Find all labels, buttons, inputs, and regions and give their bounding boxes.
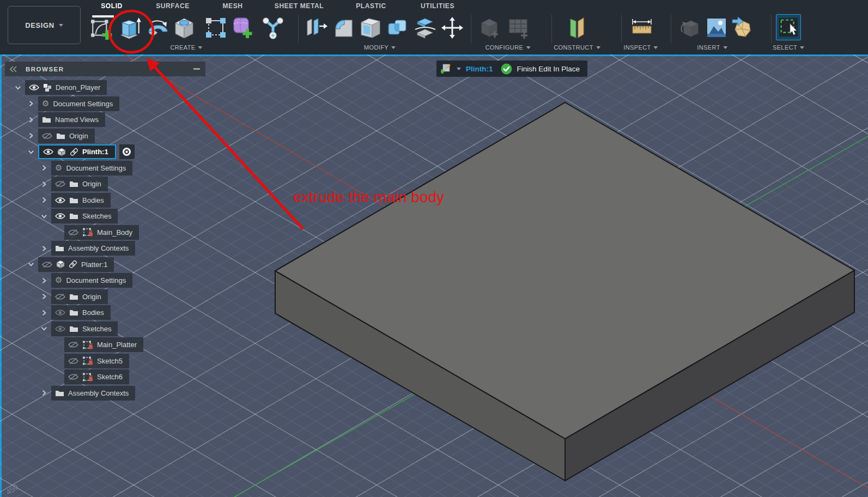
- tree-row-document-settings[interactable]: ⚙ Document Settings: [5, 272, 205, 289]
- tree-row-main-body[interactable]: Main_Body: [5, 225, 205, 241]
- visibility-off-icon[interactable]: [55, 293, 65, 300]
- tree-row-sketch5[interactable]: Sketch5: [5, 353, 205, 369]
- tree-row-platter[interactable]: Platter:1: [5, 257, 205, 273]
- collapse-panel-icon[interactable]: [9, 66, 18, 72]
- configuration-table-button[interactable]: [506, 14, 532, 41]
- box-primitive-button[interactable]: [203, 14, 229, 41]
- move-button[interactable]: [439, 14, 465, 41]
- chevron-down-icon[interactable]: [27, 148, 35, 156]
- chevron-right-icon[interactable]: [40, 293, 48, 301]
- shell-button[interactable]: [357, 14, 383, 41]
- chevron-down-icon[interactable]: [40, 325, 48, 333]
- combine-button[interactable]: [384, 14, 410, 41]
- visibility-off-icon[interactable]: [42, 261, 52, 268]
- tab-utilities[interactable]: UTILITIES: [421, 2, 454, 10]
- press-pull-button[interactable]: [303, 14, 329, 41]
- configure-group-dropdown[interactable]: CONFIGURE: [485, 44, 531, 51]
- create-sketch-button[interactable]: [89, 14, 115, 41]
- grid-distance-label: 450: [4, 482, 20, 497]
- tree-row-named-views[interactable]: Named Views: [5, 112, 205, 128]
- visibility-off-icon[interactable]: [42, 132, 52, 140]
- chevron-right-icon[interactable]: [40, 244, 48, 252]
- tab-sheet-metal[interactable]: SHEET METAL: [275, 2, 324, 10]
- design-menu-button[interactable]: DESIGN: [8, 6, 81, 44]
- visibility-eye-dim-icon[interactable]: [55, 309, 65, 316]
- finish-check-icon[interactable]: [501, 63, 512, 75]
- chevron-right-icon[interactable]: [40, 308, 48, 317]
- tree-row-origin[interactable]: Origin: [5, 128, 205, 144]
- chevron-right-icon[interactable]: [27, 132, 35, 140]
- sketch-locked-icon: [82, 341, 93, 349]
- visibility-off-icon[interactable]: [68, 357, 78, 365]
- tree-row-sketches[interactable]: Sketches: [5, 208, 205, 225]
- tab-plastic[interactable]: PLASTIC: [356, 2, 386, 10]
- tree-row-label: Sketches: [82, 212, 111, 220]
- chevron-down-icon: [198, 46, 203, 49]
- visibility-eye-dim-icon[interactable]: [55, 325, 65, 332]
- chevron-right-icon[interactable]: [40, 196, 48, 204]
- tree-row-document-settings[interactable]: ⚙ Document Settings: [5, 96, 205, 112]
- tree-row-assembly-contexts[interactable]: Assembly Contexts: [5, 385, 205, 402]
- tree-row-origin[interactable]: Origin: [5, 176, 205, 192]
- insert-derive-button[interactable]: [677, 14, 703, 41]
- fillet-button[interactable]: [330, 14, 356, 41]
- tab-mesh[interactable]: MESH: [222, 2, 242, 10]
- active-component-name[interactable]: Plinth:1: [466, 65, 493, 73]
- tab-solid[interactable]: SOLID: [101, 2, 123, 10]
- extrude-button[interactable]: [117, 14, 143, 41]
- sketch-locked-icon: [82, 228, 93, 237]
- visibility-eye-icon[interactable]: [29, 84, 39, 91]
- hole-button[interactable]: [171, 14, 197, 41]
- construct-plane-button[interactable]: [564, 14, 591, 41]
- chevron-right-icon[interactable]: [40, 164, 48, 172]
- visibility-off-icon[interactable]: [68, 373, 78, 380]
- finish-edit-in-place-button[interactable]: Finish Edit In Place: [517, 65, 580, 73]
- select-button[interactable]: [776, 14, 801, 40]
- tree-row-origin[interactable]: Origin: [5, 289, 205, 305]
- create-group-dropdown[interactable]: CREATE: [170, 44, 202, 51]
- chevron-right-icon[interactable]: [27, 116, 35, 124]
- visibility-eye-icon[interactable]: [55, 213, 65, 220]
- tree-row-bodies[interactable]: Bodies: [5, 192, 205, 209]
- visibility-off-icon[interactable]: [68, 341, 78, 348]
- insert-group-dropdown[interactable]: INSERT: [697, 44, 727, 51]
- minimize-panel-icon[interactable]: [193, 68, 200, 70]
- edit-component-icon[interactable]: [441, 63, 452, 74]
- configuration-button[interactable]: [476, 14, 502, 41]
- construct-group-dropdown[interactable]: CONSTRUCT: [554, 44, 600, 51]
- tree-row-sketch6[interactable]: Sketch6: [5, 369, 205, 385]
- visibility-eye-icon[interactable]: [55, 197, 65, 204]
- component-cube-icon: [57, 148, 66, 156]
- create-form-button[interactable]: [230, 14, 256, 41]
- visibility-eye-icon[interactable]: [43, 148, 53, 155]
- tree-row-main-platter[interactable]: Main_Platter: [5, 337, 205, 353]
- chevron-down-icon[interactable]: [40, 212, 48, 220]
- visibility-off-icon[interactable]: [68, 229, 78, 236]
- chevron-right-icon[interactable]: [40, 276, 48, 284]
- visibility-off-icon[interactable]: [55, 180, 65, 187]
- chevron-right-icon[interactable]: [40, 389, 48, 397]
- tree-row-assembly-contexts[interactable]: Assembly Contexts: [5, 240, 205, 257]
- inspect-group-dropdown[interactable]: INSPECT: [623, 44, 658, 51]
- select-group-dropdown[interactable]: SELECT: [773, 44, 804, 51]
- split-body-button[interactable]: [412, 14, 438, 41]
- tree-row-document-settings[interactable]: ⚙ Document Settings: [5, 160, 205, 177]
- insert-mesh-button[interactable]: [729, 14, 755, 41]
- insert-canvas-button[interactable]: [703, 14, 730, 41]
- tab-surface[interactable]: SURFACE: [156, 2, 190, 10]
- edit-in-place-radio[interactable]: [119, 144, 135, 159]
- chevron-right-icon[interactable]: [27, 100, 35, 108]
- tree-row-sketches[interactable]: Sketches: [5, 321, 205, 337]
- modify-group-dropdown[interactable]: MODIFY: [364, 44, 396, 51]
- chevron-down-icon[interactable]: [27, 260, 35, 269]
- 3d-viewport[interactable]: 450 BROWSER: [0, 54, 868, 497]
- revolve-button[interactable]: [145, 14, 171, 41]
- chevron-down-icon[interactable]: [457, 68, 461, 70]
- measure-button[interactable]: [629, 14, 655, 41]
- chevron-right-icon[interactable]: [40, 180, 48, 188]
- tree-row-plinth[interactable]: Plinth:1: [5, 144, 205, 160]
- chevron-down-icon[interactable]: [14, 83, 22, 92]
- tree-row-bodies[interactable]: Bodies: [5, 305, 205, 321]
- tree-row-denon-player[interactable]: Denon_Player: [5, 80, 205, 96]
- joint-button[interactable]: [260, 14, 286, 41]
